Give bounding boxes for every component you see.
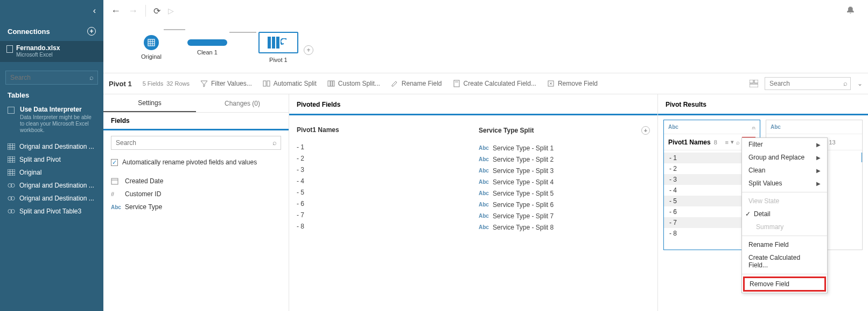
forward-button[interactable]: → <box>128 5 138 17</box>
step-search-input[interactable] <box>765 77 851 90</box>
main-area: ← → ⟳ ▷ 🔔︎ Original Clean 1 Pivot 1 + <box>103 0 868 311</box>
field-name: Service Type <box>125 203 162 211</box>
file-icon <box>6 45 13 53</box>
split-field-value[interactable]: AbcService Type - Split 2 <box>479 154 650 165</box>
dropdown-icon[interactable]: ▾ <box>731 139 734 146</box>
ctx-group-replace[interactable]: Group and Replace▶ <box>742 151 827 164</box>
pivot-name-value[interactable]: - 2 <box>297 153 468 164</box>
join-icon <box>8 195 15 202</box>
top-toolbar: ← → ⟳ ▷ 🔔︎ <box>103 0 868 22</box>
collapse-sidebar-button[interactable]: ‹ <box>0 0 103 22</box>
notifications-icon[interactable]: 🔔︎ <box>846 5 855 16</box>
split-field-value[interactable]: AbcService Type - Split 5 <box>479 188 650 199</box>
table-label: Orignal and Destination ... <box>19 143 94 150</box>
table-item[interactable]: Orignal and Destination ... <box>0 179 103 192</box>
auto-rename-option[interactable]: ✓ Automatically rename pivoted fields an… <box>103 155 289 172</box>
abc-type-icon: Abc <box>479 168 487 174</box>
pivot-name-value[interactable]: - 3 <box>297 164 468 175</box>
split-field-value[interactable]: AbcService Type - Split 3 <box>479 165 650 176</box>
pivot-results-panel: Pivot Results Abc ⍝ Pivot1 Names 8 ≡ ▾ ⌕ <box>658 94 868 311</box>
ctx-remove-field[interactable]: Remove Field <box>743 277 826 292</box>
sidebar-search-input[interactable] <box>5 71 98 85</box>
table-item[interactable]: Split and Pivot <box>0 153 103 166</box>
svg-point-16 <box>11 184 15 188</box>
pivot-name-value[interactable]: - 5 <box>297 186 468 198</box>
add-step-button[interactable]: + <box>304 45 313 55</box>
ctx-view-state: View State <box>742 195 827 208</box>
data-interpreter-option[interactable]: Use Data Interpreter Data Interpreter mi… <box>0 102 103 138</box>
table-label: Original <box>19 169 41 176</box>
abc-type-icon: Abc <box>479 202 487 208</box>
field-item[interactable]: Created Date <box>111 175 281 188</box>
add-split-button[interactable]: + <box>641 126 650 135</box>
field-item[interactable]: # Customer ID <box>111 188 281 201</box>
svg-rect-29 <box>331 81 332 86</box>
svg-rect-39 <box>111 178 118 184</box>
table-label: Orignal and Destination ... <box>19 195 94 202</box>
pivoted-fields-header: Pivoted Fields <box>289 94 657 115</box>
chevron-down-icon[interactable]: ⌄ <box>857 80 863 87</box>
fields-search-input[interactable] <box>111 136 281 150</box>
refresh-button[interactable]: ⟳ <box>153 6 160 16</box>
checkbox-icon[interactable] <box>8 107 15 114</box>
ctx-create-calc[interactable]: Create Calculated Field... <box>742 251 827 272</box>
custom-split-button[interactable]: Custom Split... <box>327 80 380 87</box>
table-item[interactable]: Orignal and Destination ... <box>0 192 103 205</box>
pivot-name-value[interactable]: - 8 <box>297 220 468 232</box>
split-field-value[interactable]: AbcService Type - Split 1 <box>479 142 650 154</box>
split-field-value[interactable]: AbcService Type - Split 8 <box>479 222 650 233</box>
ctx-filter[interactable]: Filter▶ <box>742 138 827 151</box>
pivot-name-value[interactable]: - 1 <box>297 141 468 153</box>
remove-field-button[interactable]: Remove Field <box>547 80 598 87</box>
ctx-rename-field[interactable]: Rename Field <box>742 238 827 251</box>
settings-tabs: Settings Changes (0) <box>103 94 289 113</box>
svg-rect-28 <box>328 81 330 86</box>
result-column-count: 8 <box>714 139 717 146</box>
ctx-detail[interactable]: ✓Detail <box>742 208 827 220</box>
ctx-clean[interactable]: Clean▶ <box>742 164 827 177</box>
flow-node-clean[interactable]: Clean 1 <box>187 39 227 56</box>
connection-item[interactable]: Fernando.xlsx Microsoft Excel <box>0 41 103 62</box>
automatic-split-button[interactable]: Automatic Split <box>263 80 317 87</box>
ctx-summary: Summary <box>742 220 827 233</box>
flow-node-pivot[interactable]: Pivot 1 <box>258 32 298 63</box>
ctx-split-values[interactable]: Split Values▶ <box>742 177 827 190</box>
flow-connector <box>164 29 185 30</box>
interpreter-label: Use Data Interpreter <box>20 106 96 113</box>
svg-rect-0 <box>8 143 15 150</box>
table-label: Orignal and Destination ... <box>19 182 94 189</box>
field-name: Created Date <box>125 177 163 185</box>
settings-panel: Settings Changes (0) Fields ⌕ ✓ Automati… <box>103 94 289 311</box>
field-item[interactable]: Abc Service Type <box>111 201 281 213</box>
abc-type-icon: Abc <box>111 204 120 210</box>
sort-icon[interactable]: ≡ <box>725 139 729 146</box>
table-item[interactable]: Original <box>0 166 103 179</box>
table-item[interactable]: Orignal and Destination ... <box>0 140 103 153</box>
table-item[interactable]: Split and Pivot Table3 <box>0 205 103 218</box>
flow-node-original[interactable]: Original <box>141 35 162 60</box>
pivot-name-value[interactable]: - 7 <box>297 209 468 220</box>
tab-changes[interactable]: Changes (0) <box>196 94 289 112</box>
split-field-value[interactable]: AbcService Type - Split 7 <box>479 210 650 222</box>
split-field-value[interactable]: AbcService Type - Split 6 <box>479 199 650 210</box>
pivot-name-value[interactable]: - 6 <box>297 198 468 209</box>
pivot-name-value[interactable]: - 4 <box>297 175 468 186</box>
step-name: Pivot 1 <box>109 80 132 88</box>
add-connection-button[interactable]: + <box>87 27 96 36</box>
run-button[interactable]: ▷ <box>168 6 174 15</box>
create-calc-field-button[interactable]: Create Calculated Field... <box>453 80 536 87</box>
connection-source: Microsoft Excel <box>16 52 96 58</box>
checkbox-checked-icon[interactable]: ✓ <box>111 159 118 166</box>
recommendations-icon[interactable]: ⍝ <box>752 123 755 131</box>
search-icon: ⌕ <box>843 79 848 87</box>
back-button[interactable]: ← <box>111 5 121 17</box>
remove-icon <box>547 80 555 87</box>
abc-type-icon: Abc <box>479 156 487 162</box>
search-icon[interactable]: ⌕ <box>736 139 740 146</box>
view-toggle-icon[interactable] <box>750 80 758 87</box>
tab-settings[interactable]: Settings <box>103 94 196 112</box>
auto-rename-label: Automatically rename pivoted fields and … <box>122 158 257 166</box>
split-field-value[interactable]: AbcService Type - Split 4 <box>479 176 650 188</box>
rename-field-button[interactable]: Rename Field <box>391 80 442 87</box>
filter-values-button[interactable]: Filter Values... <box>200 80 252 87</box>
